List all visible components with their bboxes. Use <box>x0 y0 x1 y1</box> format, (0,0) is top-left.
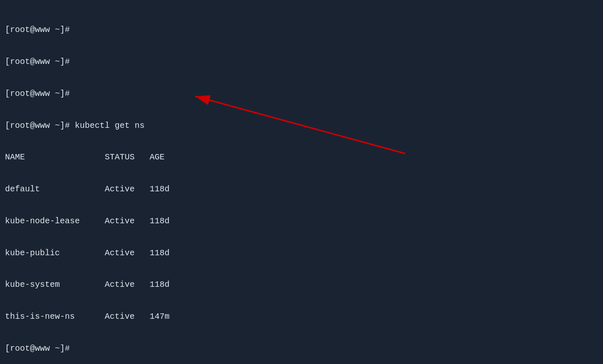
line-2: [root@www ~]# <box>5 56 598 67</box>
line-1: [root@www ~]# <box>5 24 598 35</box>
line-this-is-new-ns: this-is-new-ns Active 147m <box>5 311 598 322</box>
line-kube-node-lease-1: kube-node-lease Active 118d <box>5 216 598 227</box>
line-3: [root@www ~]# <box>5 88 598 99</box>
line-prompt-4: [root@www ~]# <box>5 343 598 354</box>
terminal: [root@www ~]# [root@www ~]# [root@www ~]… <box>0 0 603 364</box>
line-kubectl-get-ns-1: [root@www ~]# kubectl get ns <box>5 120 598 131</box>
line-kube-system-1: kube-system Active 118d <box>5 279 598 290</box>
line-header-1: NAME STATUS AGE <box>5 152 598 163</box>
line-kube-public-1: kube-public Active 118d <box>5 248 598 259</box>
line-default-1: default Active 118d <box>5 184 598 195</box>
